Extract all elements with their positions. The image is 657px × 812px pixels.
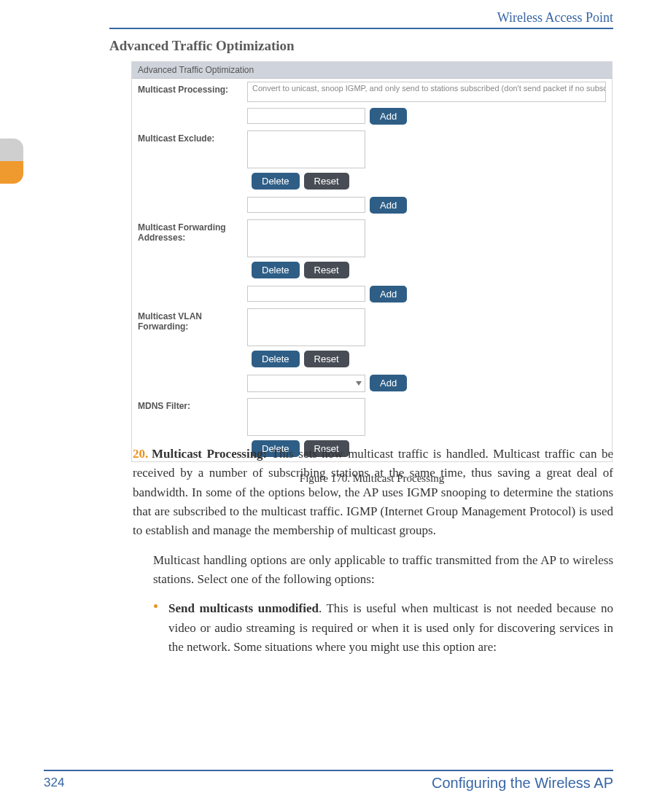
multicast-forwarding-list[interactable] [247, 219, 365, 257]
multicast-exclude-list[interactable] [247, 130, 365, 168]
bullet-term: Send multicasts unmodified [168, 601, 319, 615]
delete-button[interactable]: Delete [252, 262, 300, 278]
mdns-filter-list[interactable] [247, 398, 365, 436]
paragraph: Multicast handling options are only appl… [153, 551, 613, 590]
add-button[interactable]: Add [370, 286, 407, 302]
add-button[interactable]: Add [370, 375, 407, 391]
label-multicast-processing: Multicast Processing: [138, 82, 247, 95]
running-head: Wireless Access Point [109, 10, 613, 26]
body-text: 20.Multicast Processing: This sets how m… [133, 445, 613, 663]
add-button[interactable]: Add [370, 197, 407, 214]
reset-button[interactable]: Reset [304, 262, 349, 278]
spacer [138, 375, 247, 378]
lead-term: Multicast Processing: [152, 447, 267, 461]
page-number: 324 [44, 776, 64, 790]
mdns-filter-select[interactable] [247, 375, 365, 392]
side-tab-orange [0, 161, 23, 184]
multicast-processing-select[interactable]: Convert to unicast, snoop IGMP, and only… [247, 82, 606, 102]
side-tab [0, 138, 23, 184]
multicast-vlan-list[interactable] [247, 308, 365, 346]
label-multicast-vlan: Multicast VLAN Forwarding: [138, 308, 247, 332]
multicast-forwarding-input[interactable] [247, 197, 365, 213]
figure-panel: Advanced Traffic Optimization Multicast … [131, 61, 613, 462]
list-number: 20. [133, 445, 152, 464]
spacer [138, 197, 247, 200]
label-multicast-forwarding: Multicast Forwarding Addresses: [138, 219, 247, 243]
delete-button[interactable]: Delete [252, 173, 300, 190]
delete-button[interactable]: Delete [252, 351, 300, 367]
label-multicast-exclude: Multicast Exclude: [138, 130, 247, 144]
spacer [138, 286, 247, 289]
figure-170: Advanced Traffic Optimization Multicast … [131, 61, 613, 485]
side-tab-grey [0, 138, 23, 161]
label-mdns-filter: MDNS Filter: [138, 398, 247, 411]
spacer [138, 108, 247, 111]
multicast-exclude-input[interactable] [247, 108, 365, 124]
header-rule [109, 28, 613, 29]
add-button[interactable]: Add [370, 108, 407, 125]
footer-rule [44, 770, 613, 771]
section-heading: Advanced Traffic Optimization [109, 38, 295, 54]
reset-button[interactable]: Reset [304, 173, 349, 190]
footer-title: Configuring the Wireless AP [432, 775, 613, 792]
multicast-vlan-input[interactable] [247, 286, 365, 302]
bullet-marker: • [153, 599, 158, 657]
reset-button[interactable]: Reset [304, 351, 349, 367]
panel-title: Advanced Traffic Optimization [132, 62, 612, 79]
